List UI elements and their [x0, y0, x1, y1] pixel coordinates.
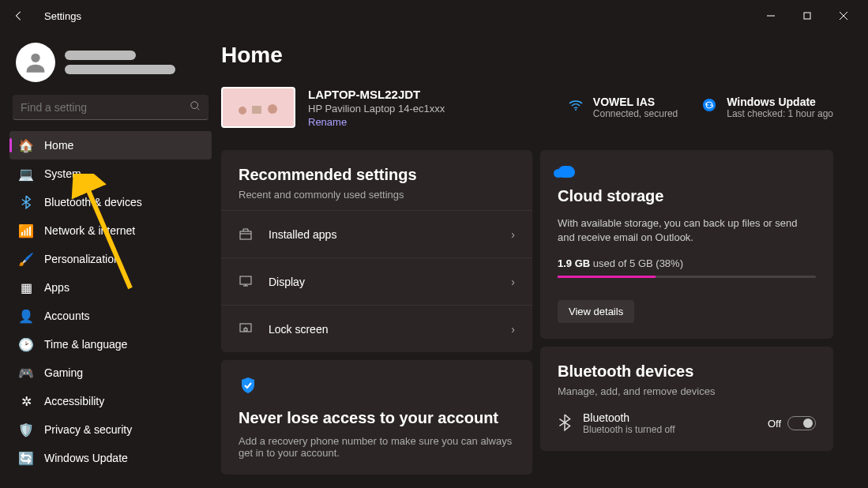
cloud-desc: With available storage, you can back up …	[558, 216, 816, 245]
nav-label: Bluetooth & devices	[44, 196, 142, 208]
recommended-card: Recommended settings Recent and commonly…	[221, 150, 532, 352]
nav-label: Gaming	[44, 366, 83, 379]
nav-item-home[interactable]: 🏠Home	[9, 131, 212, 160]
recommended-sub: Recent and commonly used settings	[239, 189, 515, 201]
nav-icon: 🛡️	[19, 422, 33, 437]
nav-icon: ✲	[19, 394, 33, 408]
nav-icon: 📶	[19, 223, 33, 238]
bluetooth-title: Bluetooth devices	[558, 362, 816, 381]
cloud-card: Cloud storage With available storage, yo…	[540, 150, 833, 339]
nav-icon: 🏠	[19, 138, 33, 152]
cloud-title: Cloud storage	[558, 187, 816, 205]
nav-icon: 💻	[19, 167, 33, 181]
nav-item-network-internet[interactable]: 📶Network & internet	[9, 216, 212, 245]
nav-label: Personalization	[44, 253, 120, 265]
view-details-button[interactable]: View details	[558, 300, 634, 323]
user-profile[interactable]	[9, 39, 212, 85]
bluetooth-icon	[558, 414, 572, 434]
bluetooth-toggle[interactable]	[787, 416, 816, 430]
storage-bar	[558, 276, 816, 278]
minimize-button[interactable]	[753, 3, 789, 28]
nav-item-apps[interactable]: ▦Apps	[9, 273, 212, 302]
nav-label: Accessibility	[44, 395, 104, 407]
page-title: Home	[221, 43, 833, 68]
setting-label: Installed apps	[269, 228, 497, 241]
device-name: LAPTOP-MSL22JDT	[308, 88, 445, 101]
recovery-sub: Add a recovery phone number to make sure…	[239, 435, 515, 459]
wifi-status[interactable]: VOWEL IASConnected, secured	[568, 96, 678, 119]
setting-row-display[interactable]: Display›	[221, 257, 532, 305]
device-model: HP Pavilion Laptop 14-ec1xxx	[308, 103, 445, 114]
search-box[interactable]	[13, 95, 209, 120]
nav-label: Time & language	[44, 338, 127, 351]
recovery-card: Never lose access to your account Add a …	[221, 360, 532, 475]
svg-point-2	[191, 102, 198, 109]
update-status[interactable]: Windows UpdateLast checked: 1 hour ago	[701, 96, 833, 119]
svg-rect-0	[804, 13, 810, 19]
bt-status: Bluetooth is turned off	[583, 424, 757, 435]
user-email-redacted	[65, 65, 175, 74]
user-name-redacted	[65, 51, 136, 60]
close-button[interactable]	[825, 3, 862, 28]
avatar	[16, 43, 55, 82]
back-button[interactable]	[6, 3, 32, 28]
device-image	[221, 87, 295, 128]
svg-point-3	[239, 107, 246, 114]
bluetooth-sub: Manage, add, and remove devices	[558, 385, 816, 397]
nav-icon: 🔄	[19, 451, 33, 465]
update-icon	[701, 97, 717, 113]
nav-icon: 🕑	[19, 337, 33, 351]
nav-icon	[19, 195, 33, 209]
nav-item-privacy-security[interactable]: 🛡️Privacy & security	[9, 415, 212, 444]
nav-label: Windows Update	[44, 452, 128, 464]
setting-label: Lock screen	[269, 323, 497, 336]
nav-item-bluetooth-devices[interactable]: Bluetooth & devices	[9, 188, 212, 216]
setting-icon	[239, 321, 254, 337]
recovery-title: Never lose access to your account	[239, 409, 515, 427]
nav-label: Privacy & security	[44, 423, 132, 436]
nav-item-gaming[interactable]: 🎮Gaming	[9, 358, 212, 387]
svg-point-7	[703, 99, 716, 111]
nav-label: Accounts	[44, 310, 90, 322]
nav-item-system[interactable]: 💻System	[9, 160, 212, 188]
setting-label: Display	[269, 276, 497, 288]
window-title: Settings	[44, 10, 81, 22]
nav-item-time-language[interactable]: 🕑Time & language	[9, 330, 212, 358]
rename-link[interactable]: Rename	[308, 116, 445, 128]
svg-rect-9	[240, 276, 251, 284]
maximize-button[interactable]	[789, 3, 825, 28]
chevron-right-icon: ›	[511, 228, 515, 241]
chevron-right-icon: ›	[511, 323, 515, 336]
svg-rect-11	[244, 328, 247, 331]
nav-item-windows-update[interactable]: 🔄Windows Update	[9, 444, 212, 472]
setting-icon	[239, 274, 254, 290]
nav-icon: ▦	[19, 280, 33, 295]
wifi-icon	[568, 97, 584, 113]
bt-name: Bluetooth	[583, 411, 757, 424]
nav-item-personalization[interactable]: 🖌️Personalization	[9, 245, 212, 273]
svg-rect-4	[252, 106, 261, 114]
svg-point-5	[268, 104, 277, 114]
search-input[interactable]	[21, 101, 190, 114]
svg-point-1	[31, 54, 39, 62]
nav-icon: 🎮	[19, 366, 33, 380]
chevron-right-icon: ›	[511, 276, 515, 288]
setting-row-installed-apps[interactable]: Installed apps›	[221, 210, 532, 257]
bluetooth-card: Bluetooth devices Manage, add, and remov…	[540, 347, 833, 451]
svg-point-6	[575, 109, 577, 111]
setting-row-lock-screen[interactable]: Lock screen›	[221, 305, 532, 352]
cloud-icon	[558, 166, 575, 178]
nav-icon: 👤	[19, 309, 33, 323]
recommended-title: Recommended settings	[239, 166, 515, 184]
nav-label: Home	[44, 139, 73, 152]
setting-icon	[239, 227, 254, 242]
nav-icon: 🖌️	[19, 252, 33, 266]
toggle-label: Off	[768, 418, 781, 430]
nav-label: Apps	[44, 281, 70, 294]
nav-label: Network & internet	[44, 224, 135, 237]
nav-label: System	[44, 167, 81, 180]
shield-icon	[239, 376, 515, 400]
nav-item-accounts[interactable]: 👤Accounts	[9, 302, 212, 330]
cloud-usage: 1.9 GB used of 5 GB (38%)	[558, 257, 816, 269]
nav-item-accessibility[interactable]: ✲Accessibility	[9, 387, 212, 415]
